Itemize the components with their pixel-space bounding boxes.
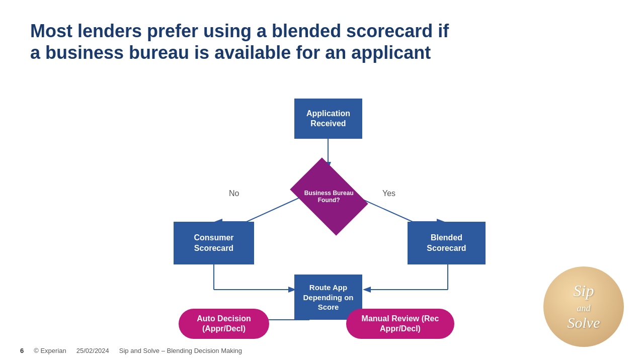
- manual-review-oval: Manual Review (Rec Appr/Decl): [346, 309, 454, 339]
- page-number: 6: [20, 347, 24, 354]
- slide-title: Most lenders prefer using a blended scor…: [30, 20, 458, 63]
- app-received-box: Application Received: [294, 99, 362, 139]
- logo-circle: Sip and Solve: [543, 266, 624, 347]
- footer-copyright: © Experian: [34, 347, 66, 354]
- no-label: No: [229, 189, 239, 198]
- auto-decision-oval: Auto Decision (Appr/Decl): [179, 309, 269, 339]
- logo-line1: Sip: [574, 282, 594, 300]
- footer-date: 25/02/2024: [76, 347, 109, 354]
- logo-line2: and: [577, 303, 591, 313]
- logo-area: Sip and Solve: [543, 266, 624, 347]
- diagram-area: Application Received Business Bureau Fou…: [30, 73, 614, 335]
- business-bureau-diamond: Business Bureau Found?: [295, 166, 362, 227]
- yes-label: Yes: [382, 189, 395, 198]
- footer: 6 © Experian 25/02/2024 Sip and Solve – …: [20, 347, 242, 354]
- logo-text: Sip and Solve: [568, 282, 600, 331]
- footer-title: Sip and Solve – Blending Decision Making: [119, 347, 242, 354]
- logo-line3: Solve: [568, 314, 600, 331]
- slide: Most lenders prefer using a blended scor…: [0, 0, 644, 362]
- svg-line-1: [247, 197, 302, 222]
- consumer-scorecard-box: Consumer Scorecard: [174, 222, 254, 264]
- blended-scorecard-box: Blended Scorecard: [408, 222, 486, 264]
